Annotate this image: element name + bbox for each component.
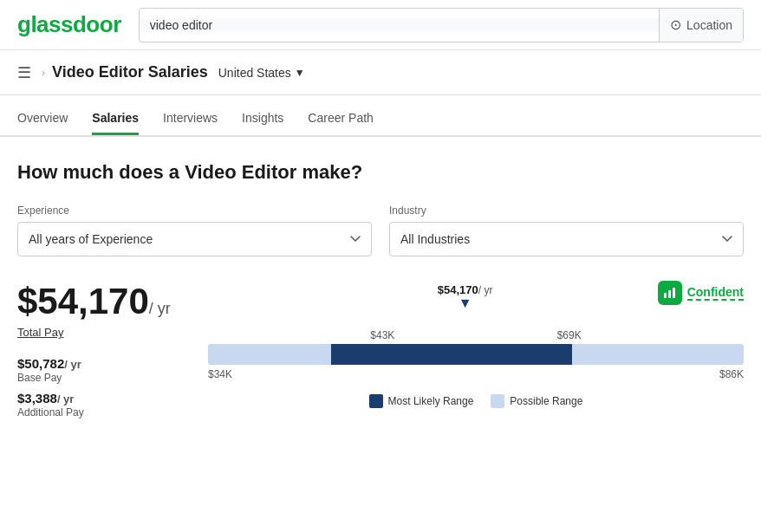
filters-row: Experience All years of Experience Indus… [17,204,744,256]
experience-label: Experience [17,204,372,217]
legend-likely: Most Likely Range [369,394,474,408]
experience-select[interactable]: All years of Experience [17,222,372,256]
industry-filter-group: Industry All Industries [389,204,744,256]
tab-overview[interactable]: Overview [17,111,68,135]
total-pay-display: $54,170/ yr [17,281,173,322]
salary-bar [208,344,744,365]
tab-career-path[interactable]: Career Path [308,111,373,135]
chevron-down-icon: ▼ [295,67,305,79]
country-label: United States [218,66,291,80]
tab-salaries[interactable]: Salaries [92,111,139,135]
experience-filter-group: Experience All years of Experience [17,204,372,256]
base-pay-label: Base Pay [17,372,81,384]
additional-pay-breakdown: $3,388/ yr Additional Pay [17,391,173,418]
possible-swatch [491,394,504,408]
menu-icon[interactable]: ☰ [17,63,31,82]
total-pay-amount: $54,170 [17,281,149,321]
bar-end-label: $86K [719,368,744,380]
likely-range-bar [331,344,572,365]
location-pin-icon: ⊙ [670,16,681,33]
industry-select[interactable]: All Industries [389,222,744,256]
section-heading: How much does a Video Editor make? [17,161,744,184]
range-labels: $43K $69K [208,329,744,341]
breadcrumb-arrow: › [42,67,45,79]
location-section[interactable]: ⊙ Location [659,9,743,42]
country-selector[interactable]: United States ▼ [218,66,305,80]
median-marker: $54,170/ yr ▼ [438,282,493,310]
main-content: How much does a Video Editor make? Exper… [0,137,761,443]
salary-and-chart: $54,170/ yr Total Pay $50,782/ yr Base P… [17,281,744,425]
tab-insights[interactable]: Insights [242,111,283,135]
bar-start-label: $34K [208,368,232,380]
total-pay-label[interactable]: Total Pay [17,326,173,339]
median-yr: / yr [478,284,493,296]
search-bar: ⊙ Location [139,8,744,42]
page-title: Video Editor Salaries [52,63,208,81]
base-pay-item: $50,782/ yr Base Pay [17,356,81,384]
additional-pay-label: Additional Pay [17,406,84,418]
range-low: $43K [370,329,394,341]
additional-pay-amount: $3,388/ yr [17,391,84,405]
per-yr: / yr [149,300,171,317]
chart-legend: Most Likely Range Possible Range [208,394,744,408]
header: glassdoor ⊙ Location [0,0,761,50]
legend-possible-label: Possible Range [510,395,582,407]
tab-interviews[interactable]: Interviews [163,111,218,135]
nav-bar: ☰ › Video Editor Salaries United States … [0,50,761,95]
search-input[interactable] [140,18,659,32]
range-high: $69K [557,329,582,341]
median-value: $54,170 [438,283,478,296]
legend-possible: Possible Range [491,394,582,408]
industry-label: Industry [389,204,744,217]
glassdoor-logo: glassdoor [17,11,121,38]
location-label: Location [686,18,732,32]
tabs-bar: Overview Salaries Interviews Insights Ca… [0,95,761,137]
base-pay-amount: $50,782/ yr [17,356,81,371]
additional-pay-item: $3,388/ yr Additional Pay [17,391,84,418]
chart-section: $54,170/ yr ▼ $43K $69K [208,281,744,408]
salary-left: $54,170/ yr Total Pay $50,782/ yr Base P… [17,281,173,425]
likely-swatch [369,394,383,408]
median-arrow-icon: ▼ [438,296,493,310]
legend-likely-label: Most Likely Range [388,395,474,407]
salary-area: Confident $54,170/ yr Total Pay $50,782/… [17,281,744,425]
pay-breakdown: $50,782/ yr Base Pay [17,356,173,384]
bar-end-labels: $34K $86K [208,368,744,380]
